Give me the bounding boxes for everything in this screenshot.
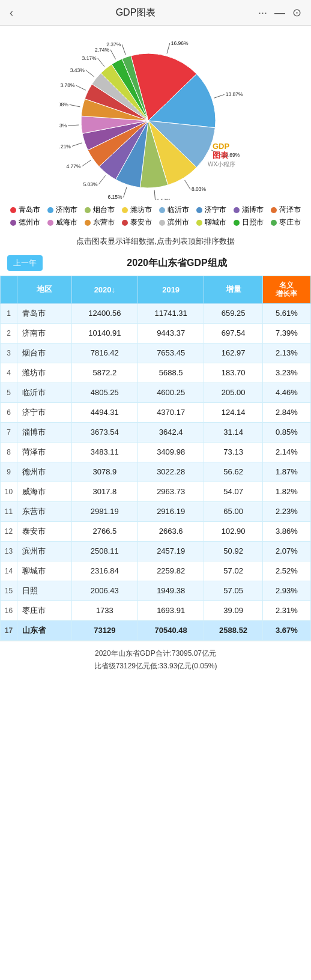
col-2020[interactable]: 2020↓ bbox=[71, 276, 137, 304]
legend-dot bbox=[271, 207, 277, 213]
cell-delta: 659.25 bbox=[204, 303, 263, 323]
svg-line-7 bbox=[82, 160, 91, 166]
cell-2020: 5872.2 bbox=[71, 363, 137, 383]
watermark-gdp: GDP bbox=[213, 142, 230, 151]
cell-region: 菏泽市 bbox=[17, 442, 72, 462]
table-row[interactable]: 9 德州市 3078.9 3022.28 56.62 1.87% bbox=[1, 462, 311, 482]
cell-2020: 2316.84 bbox=[71, 561, 137, 581]
svg-line-11 bbox=[76, 85, 86, 90]
cell-2020: 3483.11 bbox=[71, 442, 137, 462]
legend-label: 东营市 bbox=[93, 217, 115, 228]
footer-line1: 2020年山东省GDP合计:73095.07亿元 bbox=[5, 647, 306, 661]
svg-text:6.57%: 6.57% bbox=[157, 198, 172, 200]
table-row[interactable]: 2 济南市 10140.91 9443.37 697.54 7.39% bbox=[1, 323, 311, 343]
table-header-row: 地区 2020↓ 2019 增量 名义增长率 bbox=[1, 276, 311, 304]
svg-line-3 bbox=[185, 180, 190, 189]
table-row[interactable]: 14 聊城市 2316.84 2259.82 57.02 2.52% bbox=[1, 561, 311, 581]
svg-line-13 bbox=[98, 58, 104, 67]
table-row[interactable]: 3 烟台市 7816.42 7653.45 162.97 2.13% bbox=[1, 343, 311, 363]
cell-delta: 183.70 bbox=[204, 363, 263, 383]
cell-rank: 17 bbox=[1, 620, 17, 640]
col-region[interactable]: 地区 bbox=[17, 276, 72, 304]
cell-rank: 12 bbox=[1, 521, 17, 541]
table-row[interactable]: 5 临沂市 4805.25 4600.25 205.00 4.46% bbox=[1, 383, 311, 402]
svg-line-1 bbox=[214, 94, 225, 98]
footer-line2: 比省级73129亿元低:33.93亿元(0.05%) bbox=[5, 660, 306, 673]
svg-text:3.17%: 3.17% bbox=[82, 55, 97, 61]
cell-rate: 3.86% bbox=[262, 521, 310, 541]
minus-icon[interactable]: — bbox=[274, 7, 285, 19]
cell-2020: 1733 bbox=[71, 600, 137, 620]
table-row[interactable]: 13 滨州市 2508.11 2457.19 50.92 2.07% bbox=[1, 541, 311, 561]
legend-label: 潍坊市 bbox=[130, 205, 152, 215]
cell-rate: 4.46% bbox=[262, 383, 310, 402]
table-row[interactable]: 12 泰安市 2766.5 2663.6 102.90 3.86% bbox=[1, 521, 311, 541]
table-row[interactable]: 17 山东省 73129 70540.48 2588.52 3.67% bbox=[1, 620, 311, 640]
table-row[interactable]: 8 菏泽市 3483.11 3409.98 73.13 2.14% bbox=[1, 442, 311, 462]
svg-text:13.87%: 13.87% bbox=[226, 91, 243, 97]
col-delta[interactable]: 增量 bbox=[204, 276, 263, 304]
table-row[interactable]: 16 枣庄市 1733 1693.91 39.09 2.31% bbox=[1, 600, 311, 620]
svg-line-9 bbox=[68, 125, 79, 126]
legend-label: 淄博市 bbox=[242, 205, 264, 215]
cell-2019: 2963.73 bbox=[137, 482, 204, 501]
cell-region: 聊城市 bbox=[17, 561, 72, 581]
svg-line-6 bbox=[99, 175, 106, 184]
cell-2019: 11741.31 bbox=[137, 303, 204, 323]
legend-dot bbox=[159, 220, 165, 226]
cell-2019: 2916.19 bbox=[137, 501, 204, 521]
svg-text:4.13%: 4.13% bbox=[59, 122, 67, 129]
cell-delta: 39.09 bbox=[204, 600, 263, 620]
legend-dot bbox=[159, 207, 165, 213]
cell-2019: 2457.19 bbox=[137, 541, 204, 561]
more-icon[interactable]: ··· bbox=[258, 7, 267, 19]
col-rate[interactable]: 名义增长率 bbox=[262, 276, 310, 304]
table-row[interactable]: 7 淄博市 3673.54 3642.4 31.14 0.85% bbox=[1, 422, 311, 442]
cell-delta: 205.00 bbox=[204, 383, 263, 402]
legend-label: 济宁市 bbox=[205, 205, 226, 215]
pie-chart-svg: 16.96%13.87%10.69%8.03%6.57%6.15%5.03%4.… bbox=[59, 32, 252, 200]
cell-2020: 4494.31 bbox=[71, 402, 137, 422]
settings-icon[interactable]: ⊙ bbox=[292, 6, 301, 19]
legend-dot bbox=[47, 207, 53, 213]
cell-2020: 2006.43 bbox=[71, 581, 137, 600]
legend-label: 德州市 bbox=[19, 217, 40, 228]
legend-label: 聊城市 bbox=[205, 217, 226, 228]
svg-text:5.03%: 5.03% bbox=[83, 181, 98, 187]
svg-text:3.78%: 3.78% bbox=[60, 82, 75, 88]
cell-rate: 5.61% bbox=[262, 303, 310, 323]
table-row[interactable]: 11 东营市 2981.19 2916.19 65.00 2.23% bbox=[1, 501, 311, 521]
table-row[interactable]: 4 潍坊市 5872.2 5688.5 183.70 3.23% bbox=[1, 363, 311, 383]
cell-region: 山东省 bbox=[17, 620, 72, 640]
legend-item: 烟台市 bbox=[85, 205, 115, 215]
cell-2020: 3673.54 bbox=[71, 422, 137, 442]
table-row[interactable]: 10 威海市 3017.8 2963.73 54.07 1.82% bbox=[1, 482, 311, 501]
legend-label: 临沂市 bbox=[168, 205, 189, 215]
cell-region: 泰安市 bbox=[17, 521, 72, 541]
table-row[interactable]: 6 济宁市 4494.31 4370.17 124.14 2.84% bbox=[1, 402, 311, 422]
pie-chart-container[interactable]: 16.96%13.87%10.69%8.03%6.57%6.15%5.03%4.… bbox=[59, 32, 252, 200]
cell-rank: 3 bbox=[1, 343, 17, 363]
prev-year-button[interactable]: 上一年 bbox=[7, 255, 43, 271]
cell-rate: 2.52% bbox=[262, 561, 310, 581]
gdp-table: 地区 2020↓ 2019 增量 名义增长率 1 青岛市 12400.56 11… bbox=[0, 276, 311, 641]
legend-dot bbox=[10, 220, 16, 226]
cell-rank: 7 bbox=[1, 422, 17, 442]
cell-2019: 70540.48 bbox=[137, 620, 204, 640]
cell-rate: 1.82% bbox=[262, 482, 310, 501]
cell-2019: 9443.37 bbox=[137, 323, 204, 343]
cell-2019: 5688.5 bbox=[137, 363, 204, 383]
table-row[interactable]: 15 日照 2006.43 1949.38 57.05 2.93% bbox=[1, 581, 311, 600]
cell-delta: 697.54 bbox=[204, 323, 263, 343]
cell-delta: 102.90 bbox=[204, 521, 263, 541]
table-row[interactable]: 1 青岛市 12400.56 11741.31 659.25 5.61% bbox=[1, 303, 311, 323]
col-rank[interactable] bbox=[1, 276, 17, 304]
svg-text:4.77%: 4.77% bbox=[66, 163, 81, 169]
header-actions: ··· — ⊙ bbox=[258, 6, 301, 19]
col-2019[interactable]: 2019 bbox=[137, 276, 204, 304]
chart-legend: 青岛市济南市烟台市潍坊市临沂市济宁市淄博市菏泽市德州市威海市东营市泰安市滨州市聊… bbox=[0, 200, 311, 232]
legend-dot bbox=[47, 220, 53, 226]
cell-2019: 2663.6 bbox=[137, 521, 204, 541]
svg-line-8 bbox=[72, 143, 82, 147]
legend-label: 日照市 bbox=[242, 217, 264, 228]
